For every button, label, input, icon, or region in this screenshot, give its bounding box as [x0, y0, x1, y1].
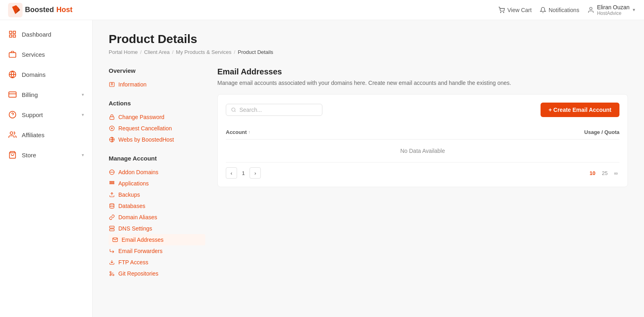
- table-footer: ‹ 1 › 10 25 ∞: [226, 162, 619, 179]
- notifications-label: Notifications: [549, 7, 579, 13]
- svg-point-43: [110, 272, 111, 273]
- svg-rect-7: [10, 35, 12, 37]
- billing-chevron-icon: ▾: [82, 92, 84, 97]
- left-panel: Overview Information Actions: [109, 67, 205, 289]
- logo[interactable]: BoostedHost: [8, 3, 72, 17]
- change-password-label: Change Password: [118, 114, 164, 120]
- menu-item-applications[interactable]: Applications: [109, 178, 205, 189]
- forwarders-icon: [109, 248, 115, 254]
- sidebar-item-domains[interactable]: Domains: [0, 64, 92, 84]
- svg-rect-8: [9, 53, 16, 58]
- breadcrumb-client-area[interactable]: Client Area: [144, 49, 170, 55]
- user-name: Eliran Ouzan: [597, 4, 630, 10]
- svg-rect-33: [111, 183, 112, 184]
- email-addresses-label: Email Addresses: [122, 237, 163, 243]
- notifications-button[interactable]: Notifications: [540, 7, 579, 13]
- menu-item-backups[interactable]: Backups: [109, 189, 205, 200]
- svg-rect-6: [13, 35, 16, 37]
- sidebar-item-affiliates[interactable]: Affiliates: [0, 125, 92, 145]
- sidebar-item-dashboard[interactable]: Dashboard: [0, 24, 92, 44]
- breadcrumb-sep-3: /: [234, 49, 235, 55]
- breadcrumb-portal-home[interactable]: Portal Home: [109, 49, 138, 55]
- prev-page-button[interactable]: ‹: [226, 167, 237, 179]
- lock-icon: [109, 114, 115, 120]
- email-forwarders-label: Email Forwarders: [118, 248, 163, 254]
- breadcrumb: Portal Home / Client Area / My Products …: [109, 49, 628, 55]
- git-repositories-label: Git Repositories: [118, 270, 159, 277]
- sort-icon[interactable]: ↑: [248, 130, 250, 134]
- menu-item-ftp-access[interactable]: FTP Access: [109, 257, 205, 268]
- header-actions: View Cart Notifications Eliran Ouzan Hos…: [498, 4, 636, 16]
- breadcrumb-my-products[interactable]: My Products & Services: [176, 49, 231, 55]
- sidebar-item-store[interactable]: Store ▾: [0, 145, 92, 165]
- databases-icon: [109, 203, 115, 209]
- sidebar-item-services[interactable]: Services: [0, 44, 92, 64]
- dashboard-icon: [8, 30, 17, 39]
- addon-domains-icon: [109, 169, 115, 175]
- cart-icon: [498, 7, 505, 13]
- menu-item-information[interactable]: Information: [109, 79, 205, 90]
- dashboard-label: Dashboard: [22, 31, 84, 38]
- svg-rect-38: [109, 229, 114, 231]
- menu-item-databases[interactable]: Databases: [109, 200, 205, 212]
- actions-section: Actions Change Password: [109, 100, 205, 145]
- dns-icon: [109, 225, 115, 232]
- support-chevron-icon: ▾: [82, 112, 84, 117]
- current-page: 1: [240, 170, 246, 176]
- svg-point-15: [10, 132, 13, 135]
- menu-item-dns-settings[interactable]: DNS Settings: [109, 223, 205, 234]
- user-avatar-icon: [587, 6, 594, 14]
- main-content: Product Details Portal Home / Client Are…: [93, 20, 644, 317]
- store-chevron-icon: ▾: [82, 152, 84, 158]
- menu-item-addon-domains[interactable]: Addon Domains: [109, 167, 205, 178]
- menu-item-email-forwarders[interactable]: Email Forwarders: [109, 245, 205, 257]
- per-page-inf[interactable]: ∞: [613, 169, 619, 177]
- search-box[interactable]: [226, 104, 322, 116]
- overview-section: Overview Information: [109, 67, 205, 90]
- menu-item-git-repositories[interactable]: Git Repositories: [109, 268, 205, 279]
- webs-label: Webs by BoostedHost: [118, 136, 174, 143]
- user-menu[interactable]: Eliran Ouzan HostAdvice ▼: [587, 4, 636, 16]
- svg-rect-30: [111, 181, 112, 182]
- right-panel: Email Addresses Manage email accounts as…: [217, 67, 628, 187]
- per-page-10[interactable]: 10: [588, 169, 597, 177]
- sidebar-item-support[interactable]: Support ▾: [0, 105, 92, 125]
- menu-item-domain-aliases[interactable]: Domain Aliases: [109, 212, 205, 223]
- svg-rect-32: [110, 183, 111, 184]
- billing-icon: [8, 90, 17, 99]
- domain-aliases-label: Domain Aliases: [118, 214, 157, 220]
- email-card: + Create Email Account Account ↑ Usage /…: [217, 94, 628, 187]
- backups-label: Backups: [118, 191, 140, 198]
- domains-icon: [8, 70, 17, 79]
- logo-boost-text: Boosted: [25, 6, 54, 14]
- store-icon: [8, 150, 17, 159]
- info-icon: [109, 81, 115, 88]
- svg-point-42: [113, 274, 114, 276]
- email-section-title: Email Addresses: [217, 67, 628, 76]
- web-icon: [109, 136, 115, 143]
- services-label: Services: [22, 51, 84, 58]
- breadcrumb-sep-2: /: [172, 49, 173, 55]
- ftp-icon: [109, 259, 115, 266]
- col-account-header: Account ↑: [226, 129, 423, 135]
- git-icon: [109, 270, 115, 277]
- next-page-button[interactable]: ›: [250, 167, 261, 179]
- create-email-button[interactable]: + Create Email Account: [541, 103, 619, 117]
- sidebar-item-billing[interactable]: Billing ▾: [0, 84, 92, 105]
- menu-item-webs[interactable]: Webs by BoostedHost: [109, 134, 205, 145]
- support-icon: [8, 110, 17, 119]
- top-header: BoostedHost View Cart Notifications Elir…: [0, 0, 644, 20]
- domain-aliases-icon: [109, 214, 115, 220]
- svg-rect-4: [10, 31, 12, 34]
- view-cart-button[interactable]: View Cart: [498, 7, 531, 13]
- svg-rect-29: [110, 181, 111, 182]
- svg-point-45: [232, 108, 235, 111]
- bell-icon: [540, 7, 546, 13]
- per-page-25[interactable]: 25: [600, 169, 609, 177]
- databases-label: Databases: [118, 203, 145, 209]
- menu-item-request-cancellation[interactable]: Request Cancellation: [109, 123, 205, 134]
- email-icon: [112, 237, 118, 243]
- search-input[interactable]: [239, 107, 317, 113]
- menu-item-email-addresses[interactable]: Email Addresses: [109, 234, 205, 245]
- menu-item-change-password[interactable]: Change Password: [109, 111, 205, 123]
